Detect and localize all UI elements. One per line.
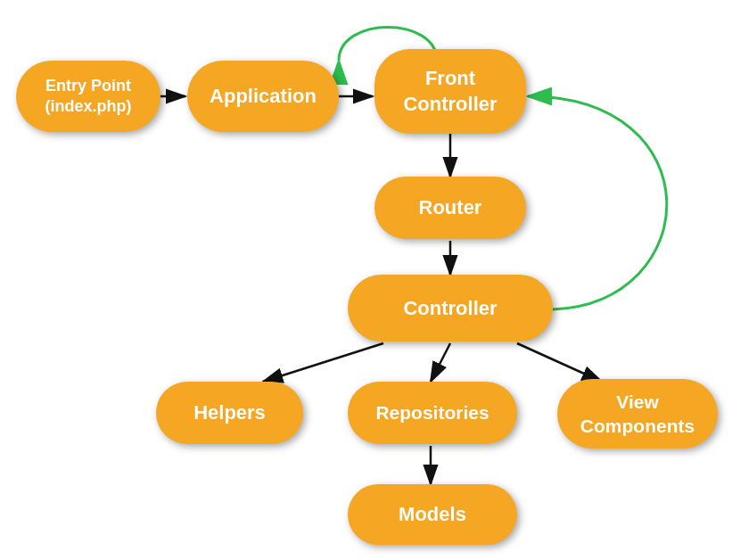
diagram-container: Entry Point (index.php) Application Fron… (0, 0, 740, 560)
view-components-node: View Components (557, 379, 718, 449)
models-node: Models (348, 484, 517, 545)
repositories-node: Repositories (348, 382, 517, 444)
application-node: Application (187, 61, 339, 132)
svg-line-8 (431, 343, 450, 382)
front-controller-node: Front Controller (374, 49, 526, 134)
router-node: Router (374, 177, 526, 239)
helpers-node: Helpers (156, 382, 303, 444)
svg-line-7 (263, 343, 383, 382)
svg-line-9 (517, 343, 602, 382)
entry-point-node: Entry Point (index.php) (16, 61, 160, 132)
controller-node: Controller (348, 275, 553, 342)
